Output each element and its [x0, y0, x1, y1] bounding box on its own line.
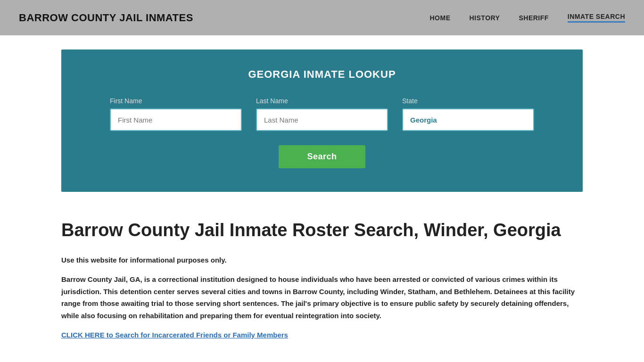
page-title: Barrow County Jail Inmate Roster Search,…	[61, 220, 583, 240]
info-paragraph: Barrow County Jail, GA, is a correctiona…	[61, 273, 583, 321]
search-fields-row: First Name Last Name State	[90, 97, 554, 131]
search-link[interactable]: CLICK HERE to Search for Incarcerated Fr…	[61, 331, 288, 339]
nav-inmate-search[interactable]: INMATE SEARCH	[568, 13, 625, 23]
state-input[interactable]	[402, 108, 534, 131]
first-name-input[interactable]	[110, 108, 242, 131]
site-header: BARROW COUNTY JAIL INMATES HOME HISTORY …	[0, 0, 644, 35]
first-name-label: First Name	[110, 97, 242, 105]
search-button-row: Search	[90, 145, 554, 168]
info-disclaimer: Use this website for informational purpo…	[61, 255, 583, 266]
search-button[interactable]: Search	[279, 145, 365, 168]
state-label: State	[402, 97, 534, 105]
last-name-label: Last Name	[256, 97, 388, 105]
main-content: Barrow County Jail Inmate Roster Search,…	[0, 206, 644, 358]
lookup-title: GEORGIA INMATE LOOKUP	[90, 68, 554, 81]
site-title: BARROW COUNTY JAIL INMATES	[19, 12, 193, 24]
nav-sheriff[interactable]: SHERIFF	[519, 14, 548, 22]
main-nav: HOME HISTORY SHERIFF INMATE SEARCH	[430, 13, 626, 23]
state-group: State	[402, 97, 534, 131]
last-name-input[interactable]	[256, 108, 388, 131]
last-name-group: Last Name	[256, 97, 388, 131]
nav-history[interactable]: HISTORY	[470, 14, 500, 22]
first-name-group: First Name	[110, 97, 242, 131]
inmate-lookup-section: GEORGIA INMATE LOOKUP First Name Last Na…	[61, 49, 583, 192]
nav-home[interactable]: HOME	[430, 14, 451, 22]
